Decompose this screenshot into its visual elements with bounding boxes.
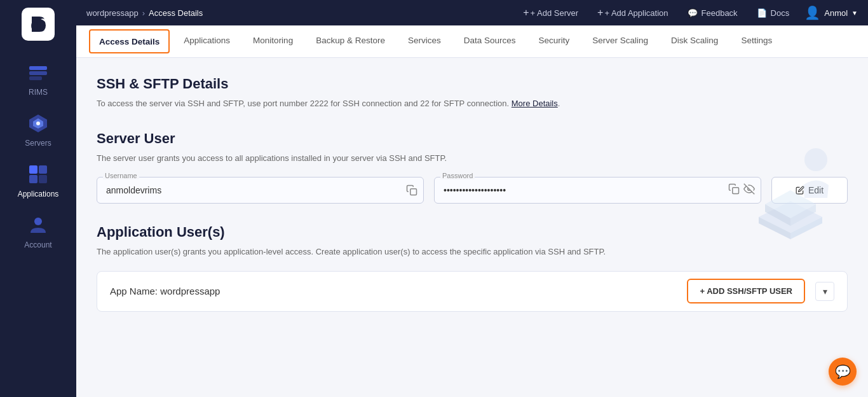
svg-rect-19 xyxy=(410,189,417,195)
add-server-label: + Add Server xyxy=(531,8,579,18)
tab-backup-restore[interactable]: Backup & Restore xyxy=(304,25,397,57)
password-label: Password xyxy=(440,172,475,179)
ssh-desc: To access the server via SSH and SFTP, u… xyxy=(97,97,848,110)
feedback-label: Feedback xyxy=(702,8,738,18)
svg-rect-9 xyxy=(29,175,37,183)
breadcrumb-separator: › xyxy=(142,8,145,18)
ssh-title: SSH & SFTP Details xyxy=(97,76,848,92)
password-input[interactable] xyxy=(434,177,761,204)
docs-icon: 📄 xyxy=(757,8,767,18)
password-field-wrap: Password xyxy=(434,177,761,204)
svg-marker-17 xyxy=(765,204,790,226)
password-copy-icon[interactable] xyxy=(728,183,740,197)
add-application-button[interactable]: + + Add Application xyxy=(593,4,672,21)
rims-icon xyxy=(27,61,50,84)
username-copy-icon[interactable] xyxy=(406,185,417,196)
tab-server-scaling[interactable]: Server Scaling xyxy=(581,25,660,57)
edit-icon xyxy=(796,186,804,195)
svg-rect-20 xyxy=(733,188,739,194)
svg-rect-2 xyxy=(29,71,47,75)
edit-button[interactable]: Edit xyxy=(771,177,848,204)
main-area: wordpressapp › Access Details + + Add Se… xyxy=(76,0,868,397)
sidebar-item-rims[interactable]: RIMS xyxy=(0,53,76,104)
app-users-title: Application User(s) xyxy=(97,224,848,240)
username-label: Username xyxy=(103,172,139,179)
chevron-down-icon: ▾ xyxy=(823,286,827,296)
feedback-icon: 💬 xyxy=(688,8,698,18)
account-label: Account xyxy=(24,240,51,249)
add-ssh-button[interactable]: + ADD SSH/SFTP USER xyxy=(687,279,805,303)
tab-monitoring[interactable]: Monitoring xyxy=(241,25,304,57)
tab-applications[interactable]: Applications xyxy=(172,25,241,57)
app-users-desc: The application user(s) grants you appli… xyxy=(97,246,848,258)
tab-security[interactable]: Security xyxy=(527,25,581,57)
svg-rect-8 xyxy=(39,165,47,174)
user-avatar-icon: 👤 xyxy=(804,5,820,20)
breadcrumb-current: Access Details xyxy=(149,8,203,18)
svg-marker-18 xyxy=(790,204,816,226)
tab-settings[interactable]: Settings xyxy=(729,25,783,57)
server-user-section: Server User The server user grants you a… xyxy=(97,130,848,204)
username-input[interactable] xyxy=(97,177,424,204)
header: wordpressapp › Access Details + + Add Se… xyxy=(76,0,868,25)
sidebar-item-account[interactable]: Account xyxy=(0,206,76,257)
applications-icon xyxy=(27,163,50,186)
servers-label: Servers xyxy=(25,139,51,148)
chat-button[interactable]: 💬 xyxy=(829,358,857,386)
svg-point-11 xyxy=(34,218,42,225)
user-name: Anmol xyxy=(824,8,848,18)
svg-point-6 xyxy=(36,122,40,125)
applications-label: Applications xyxy=(18,190,59,198)
chat-icon: 💬 xyxy=(835,364,851,379)
sidebar-logo: d xyxy=(22,8,55,41)
svg-rect-3 xyxy=(29,76,42,80)
servers-icon xyxy=(27,112,50,135)
tab-bar: Access Details Applications Monitoring B… xyxy=(76,25,868,58)
edit-label: Edit xyxy=(808,185,824,195)
more-details-link[interactable]: More Details xyxy=(512,99,558,108)
add-ssh-label: + ADD SSH/SFTP USER xyxy=(700,286,792,296)
ssh-section: SSH & SFTP Details To access the server … xyxy=(97,76,848,110)
docs-button[interactable]: 📄 Docs xyxy=(753,6,794,20)
add-server-button[interactable]: + + Add Server xyxy=(519,4,582,21)
add-application-icon: + xyxy=(597,7,603,18)
app-user-card: App Name: wordpressapp + ADD SSH/SFTP US… xyxy=(97,271,848,312)
header-actions: + + Add Server + + Add Application 💬 Fee… xyxy=(519,4,858,21)
password-toggle-icon[interactable] xyxy=(743,183,755,197)
tab-disk-scaling[interactable]: Disk Scaling xyxy=(660,25,729,57)
password-icons xyxy=(728,183,755,197)
server-user-title: Server User xyxy=(97,130,848,147)
credentials-row: Username Password xyxy=(97,177,848,204)
sidebar-item-servers[interactable]: Servers xyxy=(0,104,76,155)
app-chevron-button[interactable]: ▾ xyxy=(815,282,834,301)
rims-label: RIMS xyxy=(29,88,48,97)
breadcrumb-app[interactable]: wordpressapp xyxy=(86,8,139,18)
app-name-text: App Name: wordpressapp xyxy=(110,286,677,296)
content-area: SSH & SFTP Details To access the server … xyxy=(76,58,868,397)
app-users-section: Application User(s) The application user… xyxy=(97,224,848,312)
sidebar-item-applications[interactable]: Applications xyxy=(0,155,76,206)
server-user-desc: The server user grants you access to all… xyxy=(97,152,848,165)
tab-access-details[interactable]: Access Details xyxy=(89,29,170,53)
svg-rect-7 xyxy=(29,165,37,174)
svg-text:d: d xyxy=(31,15,41,34)
add-server-icon: + xyxy=(523,7,529,18)
tab-services[interactable]: Services xyxy=(397,25,452,57)
breadcrumb: wordpressapp › Access Details xyxy=(86,8,509,18)
user-menu[interactable]: 👤 Anmol ▼ xyxy=(804,5,858,20)
tab-data-sources[interactable]: Data Sources xyxy=(452,25,527,57)
sidebar: d RIMS Servers Applicatio xyxy=(0,0,76,397)
user-chevron-icon: ▼ xyxy=(851,10,858,17)
svg-rect-1 xyxy=(29,66,47,70)
add-application-label: + Add Application xyxy=(604,8,668,18)
docs-label: Docs xyxy=(771,8,790,18)
account-icon xyxy=(27,214,50,237)
svg-rect-10 xyxy=(39,175,47,183)
username-field-wrap: Username xyxy=(97,177,424,204)
feedback-button[interactable]: 💬 Feedback xyxy=(684,6,742,20)
